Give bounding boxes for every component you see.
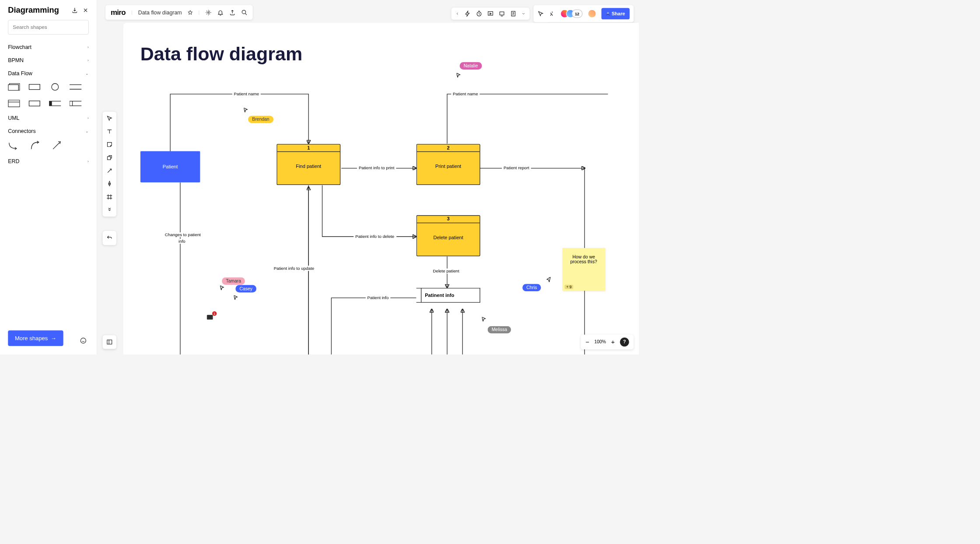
dataflow-shapes xyxy=(8,80,88,112)
svg-rect-1 xyxy=(8,85,18,91)
shape-process-header[interactable] xyxy=(8,99,20,107)
cursor-casey: Casey xyxy=(235,285,256,293)
shape-circle[interactable] xyxy=(49,83,61,91)
connector-elbow[interactable] xyxy=(8,140,18,150)
zoom-out-button[interactable]: − xyxy=(585,338,589,346)
text-tool-icon[interactable] xyxy=(106,128,112,134)
node-patient-info[interactable]: Patinent info xyxy=(416,288,480,303)
svg-rect-8 xyxy=(29,101,40,106)
more-shapes-button[interactable]: More shapes→ xyxy=(8,330,63,346)
avatar-me[interactable] xyxy=(588,10,596,18)
svg-rect-18 xyxy=(108,157,111,160)
help-button[interactable]: ? xyxy=(620,338,629,347)
node-number: 3 xyxy=(417,216,480,223)
node-number: 2 xyxy=(417,144,480,152)
cursor-arrow-casey xyxy=(234,295,238,300)
svg-point-28 xyxy=(242,10,245,14)
svg-rect-2 xyxy=(29,84,40,90)
node-label: Delete patient xyxy=(433,235,463,241)
svg-rect-71 xyxy=(207,315,213,320)
cursor-chris: Chris xyxy=(522,284,541,291)
topbar-right: 12 Share xyxy=(452,5,634,22)
connector-straight[interactable] xyxy=(51,140,61,150)
star-icon[interactable] xyxy=(188,10,193,15)
svg-point-38 xyxy=(607,12,609,14)
edge-label: Patient info to update xyxy=(272,265,316,270)
timer-icon[interactable] xyxy=(476,10,482,17)
frame-tool-icon[interactable] xyxy=(106,194,112,200)
sticky-tool-icon[interactable] xyxy=(106,141,112,147)
shape-external-entity[interactable] xyxy=(8,83,20,91)
chevron-down-icon[interactable] xyxy=(522,10,525,17)
share-button[interactable]: Share xyxy=(601,8,630,19)
svg-point-20 xyxy=(109,183,110,184)
node-find-patient[interactable]: 1 Find patient xyxy=(276,144,340,185)
category-flowchart[interactable]: Flowchart› xyxy=(8,41,88,54)
diagram-canvas[interactable]: Data flow diagram Patient 1 Find patie xyxy=(123,23,639,355)
comment-count-badge: 1 xyxy=(212,311,217,316)
sticky-reactions-badge[interactable]: + 9 xyxy=(565,285,574,289)
connector-curve[interactable] xyxy=(30,140,40,150)
reactions-icon[interactable] xyxy=(549,10,555,17)
shape-datastore-left[interactable] xyxy=(49,99,61,107)
miro-logo[interactable]: miro xyxy=(111,8,126,17)
slides-icon[interactable] xyxy=(499,10,505,17)
comment-pin[interactable]: 1 xyxy=(206,314,215,322)
zoom-level[interactable]: 100% xyxy=(594,339,606,345)
svg-rect-11 xyxy=(49,101,52,105)
undo-toolbar xyxy=(103,231,116,245)
node-delete-patient[interactable]: 3 Delete patient xyxy=(416,215,480,256)
node-label: Find patient xyxy=(296,164,321,169)
cursor-brendan: Brendan xyxy=(248,116,273,123)
settings-icon[interactable] xyxy=(205,9,211,15)
arrow-tool-icon[interactable] xyxy=(106,167,112,174)
apps-group xyxy=(452,8,530,20)
svg-rect-25 xyxy=(107,340,112,344)
edge-label: Delete patient xyxy=(431,269,461,273)
present-icon[interactable] xyxy=(487,10,494,17)
edge-label: Patient info to delete xyxy=(354,234,396,238)
category-uml[interactable]: UML› xyxy=(8,112,88,125)
avatar-count[interactable]: 12 xyxy=(572,10,583,18)
edge-label: Patient name xyxy=(451,91,480,96)
import-icon[interactable] xyxy=(72,7,78,13)
chevron-left-icon[interactable] xyxy=(455,10,459,17)
edge-label: Patient report xyxy=(502,165,531,170)
category-dataflow[interactable]: Data Flow⌄ xyxy=(8,67,88,80)
board-header: miro | Data flow diagram | xyxy=(105,5,252,20)
board-name[interactable]: Data flow diagram xyxy=(138,9,182,15)
shape-rect2[interactable] xyxy=(28,99,40,107)
category-connectors[interactable]: Connectors⌄ xyxy=(8,125,88,138)
shape-datastore-closed[interactable] xyxy=(70,99,81,107)
shape-rect[interactable] xyxy=(28,83,40,91)
undo-icon[interactable] xyxy=(106,235,112,241)
category-erd[interactable]: ERD› xyxy=(8,155,88,168)
export-icon[interactable] xyxy=(229,9,235,15)
svg-point-17 xyxy=(80,338,86,343)
search-icon[interactable] xyxy=(241,9,247,15)
node-patient[interactable]: Patient xyxy=(140,151,200,182)
more-tools-icon[interactable] xyxy=(106,207,112,213)
svg-line-16 xyxy=(53,142,60,149)
cursor-arrow-chris xyxy=(546,277,551,282)
search-shapes-input[interactable] xyxy=(8,20,88,35)
cursor-icon[interactable] xyxy=(537,10,543,17)
shape-datastore-open[interactable] xyxy=(70,83,81,91)
close-icon[interactable] xyxy=(82,7,88,13)
category-bpmn[interactable]: BPMN› xyxy=(8,54,88,67)
svg-rect-6 xyxy=(8,100,20,107)
zoom-in-button[interactable]: + xyxy=(611,338,615,346)
feedback-icon[interactable] xyxy=(80,338,86,344)
cursor-melissa: Melissa xyxy=(488,326,511,334)
panel-toggle-button[interactable] xyxy=(103,335,116,349)
pen-tool-icon[interactable] xyxy=(106,181,112,187)
zoom-controls: − 100% + ? xyxy=(581,335,634,349)
node-print-patient[interactable]: 2 Print patient xyxy=(416,144,480,185)
bolt-icon[interactable] xyxy=(465,10,471,17)
shape-tool-icon[interactable] xyxy=(106,154,112,160)
notes-icon[interactable] xyxy=(510,10,516,17)
bell-icon[interactable] xyxy=(217,9,224,15)
sticky-note[interactable]: How do we process this? + 9 xyxy=(562,248,605,291)
select-tool-icon[interactable] xyxy=(106,115,112,121)
svg-rect-32 xyxy=(500,12,504,15)
